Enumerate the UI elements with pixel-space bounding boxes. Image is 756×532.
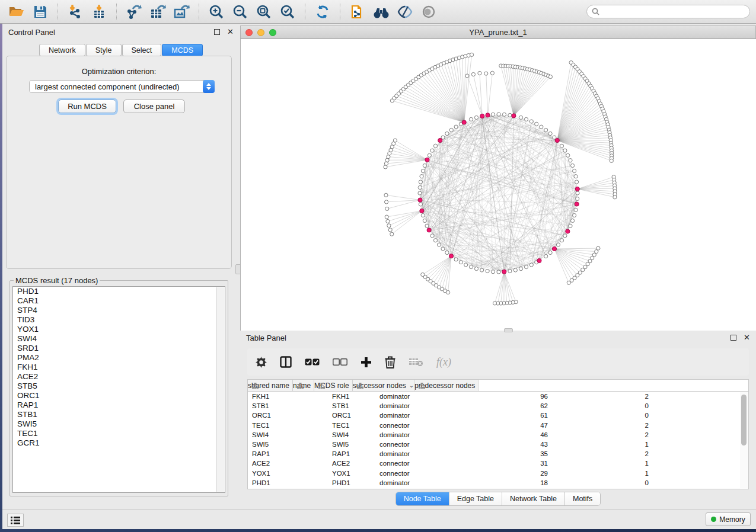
float-table-panel-icon[interactable] xyxy=(731,335,736,341)
table-row[interactable]: PHD1 PHD1 dominator 18 0 xyxy=(248,478,748,488)
cell-predecessor-nodes[interactable]: 0 xyxy=(555,402,656,409)
refresh-view-icon[interactable] xyxy=(312,2,333,21)
cell-shared-name[interactable]: RAP1 xyxy=(248,450,328,457)
column-header[interactable]: successor nodes ⌄ xyxy=(353,380,414,391)
column-header[interactable]: predecessor nodes xyxy=(414,380,479,391)
cell-predecessor-nodes[interactable]: 1 xyxy=(555,460,656,467)
cell-name[interactable]: FKH1 xyxy=(328,393,375,400)
cell-predecessor-nodes[interactable]: 1 xyxy=(555,441,656,448)
control-panel-tab[interactable]: Style xyxy=(86,44,122,56)
table-scrollbar[interactable] xyxy=(740,392,748,488)
table-row[interactable]: ORC1 ORC1 dominator 61 0 xyxy=(248,411,748,420)
network-graph[interactable] xyxy=(241,39,756,331)
table-scrollbar-thumb[interactable] xyxy=(741,395,747,446)
table-row[interactable]: YOX1 YOX1 connector 29 1 xyxy=(248,469,748,478)
cell-name[interactable]: SWI4 xyxy=(328,431,375,438)
cell-name[interactable]: ORC1 xyxy=(328,412,375,419)
table-row[interactable]: TEC1 TEC1 connector 47 2 xyxy=(248,421,748,430)
search-input[interactable] xyxy=(602,8,745,16)
column-header[interactable]: name xyxy=(293,380,314,391)
cell-shared-name[interactable]: SWI5 xyxy=(248,441,328,448)
cell-shared-name[interactable]: STB1 xyxy=(248,402,328,409)
cell-name[interactable]: YOX1 xyxy=(328,470,375,477)
show-columns-icon[interactable] xyxy=(280,354,292,370)
mcds-result-item[interactable]: YOX1 xyxy=(13,325,225,334)
table-row[interactable]: RAP1 RAP1 dominator 35 2 xyxy=(248,449,748,459)
close-table-panel-icon[interactable]: ✕ xyxy=(744,335,750,341)
new-network-from-selection-icon[interactable] xyxy=(347,2,368,21)
mcds-result-list[interactable]: PHD1CAR1STP4TID3YOX1SWI4SRD1PMA2FKH1ACE2… xyxy=(12,286,225,493)
fit-selected-icon[interactable] xyxy=(277,2,298,21)
table-tab[interactable]: Edge Table xyxy=(449,492,502,505)
close-panel-button[interactable]: Close panel xyxy=(123,100,185,113)
cell-shared-name[interactable]: TEC1 xyxy=(248,422,328,429)
export-network-icon[interactable] xyxy=(123,2,145,21)
table-tab[interactable]: Motifs xyxy=(565,492,600,505)
add-column-icon[interactable] xyxy=(361,354,372,370)
cell-successor-nodes[interactable]: 35 xyxy=(448,450,555,457)
select-all-icon[interactable] xyxy=(305,354,320,370)
cell-predecessor-nodes[interactable]: 2 xyxy=(555,431,656,438)
zoom-out-icon[interactable] xyxy=(229,2,251,21)
mcds-list-scrollbar[interactable] xyxy=(216,287,224,492)
network-canvas[interactable] xyxy=(240,39,756,331)
cell-mcds-role[interactable]: connector xyxy=(375,460,448,467)
cell-successor-nodes[interactable]: 18 xyxy=(448,479,555,486)
cell-predecessor-nodes[interactable]: 2 xyxy=(555,422,656,429)
open-file-icon[interactable] xyxy=(6,2,27,21)
cell-mcds-role[interactable]: dominator xyxy=(375,431,448,438)
memory-button[interactable]: Memory xyxy=(706,512,751,526)
cell-name[interactable]: STB1 xyxy=(328,402,375,409)
cell-successor-nodes[interactable]: 31 xyxy=(448,460,555,467)
cell-predecessor-nodes[interactable]: 1 xyxy=(555,470,656,477)
cell-successor-nodes[interactable]: 46 xyxy=(448,431,555,438)
cell-successor-nodes[interactable]: 61 xyxy=(448,412,555,419)
cell-predecessor-nodes[interactable]: 2 xyxy=(555,450,656,457)
mcds-result-item[interactable]: STB5 xyxy=(13,382,225,391)
cell-name[interactable]: PHD1 xyxy=(328,479,375,486)
export-table-icon[interactable] xyxy=(147,2,168,21)
mcds-result-item[interactable]: ACE2 xyxy=(13,372,225,382)
import-network-icon[interactable] xyxy=(65,2,86,21)
mcds-result-item[interactable]: CAR1 xyxy=(13,296,225,306)
table-row[interactable]: ACE2 ACE2 connector 31 1 xyxy=(248,459,748,468)
mcds-result-item[interactable]: SWI4 xyxy=(13,334,225,344)
mcds-result-item[interactable]: PHD1 xyxy=(13,287,225,296)
network-window-titlebar[interactable]: YPA_prune.txt_1 xyxy=(240,25,756,39)
cell-mcds-role[interactable]: dominator xyxy=(375,412,448,419)
cell-predecessor-nodes[interactable]: 0 xyxy=(555,479,656,486)
cell-mcds-role[interactable]: dominator xyxy=(375,393,448,400)
cell-predecessor-nodes[interactable]: 2 xyxy=(555,393,656,400)
mcds-result-item[interactable]: TEC1 xyxy=(13,429,225,438)
cell-mcds-role[interactable]: connector xyxy=(375,470,448,477)
cell-successor-nodes[interactable]: 29 xyxy=(448,470,555,477)
cell-mcds-role[interactable]: connector xyxy=(375,422,448,429)
run-mcds-button[interactable]: Run MCDS xyxy=(58,100,116,113)
table-settings-gear-icon[interactable] xyxy=(256,354,267,370)
table-row[interactable]: FKH1 FKH1 dominator 96 2 xyxy=(248,392,748,401)
cell-shared-name[interactable]: ORC1 xyxy=(248,412,328,419)
graphics-details-icon[interactable] xyxy=(394,2,416,21)
cell-shared-name[interactable]: ACE2 xyxy=(248,460,328,467)
cell-name[interactable]: RAP1 xyxy=(328,450,375,457)
cell-shared-name[interactable]: SWI4 xyxy=(248,431,328,438)
table-tab[interactable]: Network Table xyxy=(502,492,565,505)
fit-content-icon[interactable] xyxy=(253,2,275,21)
sort-indicator-icon[interactable]: ⌄ xyxy=(409,382,414,389)
zoom-in-icon[interactable] xyxy=(206,2,227,21)
mcds-result-item[interactable]: STB1 xyxy=(13,410,225,419)
column-header[interactable]: MCDS role xyxy=(314,380,353,391)
cell-shared-name[interactable]: YOX1 xyxy=(248,470,328,477)
optimization-criterion-select[interactable]: largest connected component (undirected) xyxy=(29,80,215,93)
cell-name[interactable]: ACE2 xyxy=(328,460,375,467)
table-row[interactable]: STB1 STB1 dominator 62 0 xyxy=(248,401,748,411)
control-panel-tab[interactable]: Network xyxy=(39,44,85,56)
mcds-result-item[interactable]: GCR1 xyxy=(13,438,225,448)
cell-mcds-role[interactable]: dominator xyxy=(375,479,448,486)
table-tab[interactable]: Node Table xyxy=(396,492,449,505)
mcds-result-item[interactable]: ORC1 xyxy=(13,391,225,400)
mcds-result-item[interactable]: RAP1 xyxy=(13,400,225,410)
cell-shared-name[interactable]: FKH1 xyxy=(248,393,328,400)
import-table-icon[interactable] xyxy=(88,2,110,21)
mcds-result-item[interactable]: FKH1 xyxy=(13,363,225,372)
